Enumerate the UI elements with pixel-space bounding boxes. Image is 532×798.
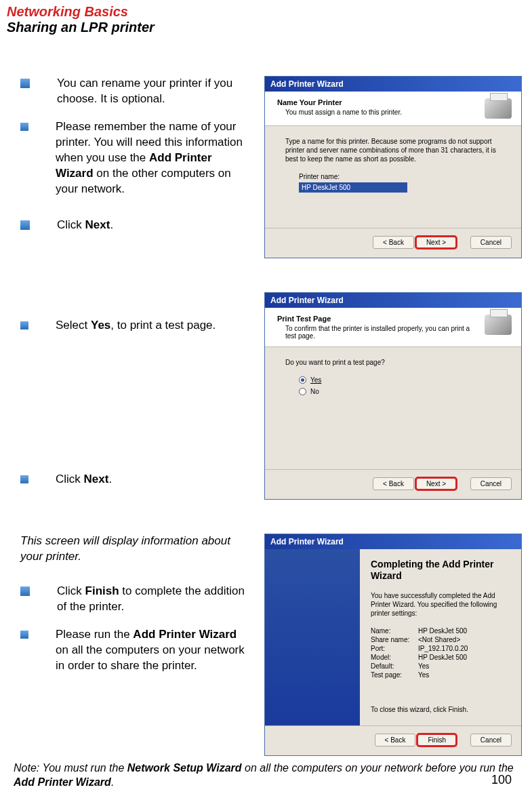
back-button[interactable]: < Back (375, 734, 416, 746)
summary-value: Yes (418, 662, 429, 670)
text: Click (57, 584, 85, 597)
footer-note: Note: You must run the Network Setup Wiz… (7, 761, 525, 790)
bullet-icon (20, 586, 30, 596)
cancel-button[interactable]: Cancel (470, 236, 512, 249)
wizard-desc: Type a name for this printer. Because so… (285, 137, 501, 163)
radio-icon (299, 376, 306, 384)
text: Select (56, 319, 91, 332)
summary-value: IP_192.170.0.20 (418, 645, 468, 652)
section-1: You can rename your printer if you choos… (7, 76, 525, 258)
text: on all the computers on your network in … (56, 643, 245, 672)
text-strong: Add Printer Wizard (133, 628, 237, 641)
next-button[interactable]: Next > (415, 235, 457, 250)
cancel-button[interactable]: Cancel (470, 477, 512, 490)
close-instruction: To close this wizard, click Finish. (371, 706, 510, 713)
wizard-header: Print Test Page To confirm that the prin… (265, 308, 521, 347)
printer-name-label: Printer name: (285, 173, 501, 180)
summary-key: Port: (371, 645, 418, 652)
bullet-text: You can rename your printer if you choos… (57, 76, 251, 107)
section-1-instructions: You can rename your printer if you choos… (20, 76, 264, 258)
wizard-header-sub: You must assign a name to this printer. (277, 108, 478, 116)
text: on all the computers on your network bef… (242, 762, 514, 774)
next-button[interactable]: Next > (415, 477, 457, 491)
wizard-footer: < BackFinish Cancel (265, 725, 521, 755)
summary-row: Model:HP DeskJet 500 (371, 654, 510, 661)
wizard-header-title: Name Your Printer (277, 98, 478, 106)
summary-key: Test page: (371, 671, 418, 679)
text-strong: Add Printer Wizard (14, 776, 111, 788)
printer-name-input[interactable]: HP DeskJet 500 (299, 182, 407, 193)
summary-key: Default: (371, 662, 418, 670)
summary-value: <Not Shared> (418, 636, 460, 643)
bullet-icon (20, 631, 28, 639)
text: . (108, 473, 112, 485)
wizard-completing: Add Printer Wizard Completing the Add Pr… (264, 534, 522, 756)
radio-icon (299, 388, 306, 395)
bullet-item: Click Finish to complete the addition of… (20, 584, 251, 615)
bullet-item: Please remember the name of your printer… (20, 119, 251, 197)
completion-title: Completing the Add Printer Wizard (371, 559, 510, 582)
wizard-titlebar: Add Printer Wizard (265, 77, 521, 92)
bullet-icon (20, 79, 30, 88)
wizard-body: Completing the Add Printer Wizard You ha… (265, 549, 521, 725)
section-3: This screen will display information abo… (7, 534, 525, 756)
bullet-icon (20, 220, 30, 230)
back-button[interactable]: < Back (373, 477, 414, 490)
summary-key: Model: (371, 654, 418, 661)
text: Click (56, 473, 84, 485)
summary-row: Default:Yes (371, 662, 510, 670)
bullet-icon (20, 475, 28, 483)
radio-yes[interactable]: Yes (299, 376, 501, 384)
wizard-footer: < BackNext > Cancel (265, 228, 521, 258)
text: . (111, 776, 114, 788)
text-strong: Yes (91, 319, 110, 332)
section-2-screenshot: Add Printer Wizard Print Test Page To co… (264, 292, 522, 500)
section-3-screenshot: Add Printer Wizard Completing the Add Pr… (264, 534, 522, 756)
bullet-text: Click Next. (57, 218, 113, 233)
bullet-icon (20, 123, 28, 131)
summary-key: Share name: (371, 636, 418, 643)
bullet-text: Please remember the name of your printer… (56, 119, 251, 197)
finish-button[interactable]: Finish (416, 733, 457, 747)
section-title-black: Sharing an LPR printer (7, 20, 525, 35)
section-1-screenshot: Add Printer Wizard Name Your Printer You… (264, 76, 522, 258)
bullet-text: Select Yes, to print a test page. (56, 318, 216, 334)
bullet-item: Click Next. (20, 472, 251, 487)
section-3-instructions: This screen will display information abo… (20, 534, 264, 756)
wizard-footer: < BackNext > Cancel (265, 469, 521, 499)
bullet-item: Please run the Add Printer Wizard on all… (20, 627, 251, 674)
section-2-instructions: Select Yes, to print a test page. Click … (20, 292, 264, 500)
summary-value: Yes (418, 671, 429, 679)
summary-value: HP DeskJet 500 (418, 627, 467, 635)
completion-desc: You have successfully completed the Add … (371, 591, 510, 618)
radio-label: Yes (310, 376, 321, 384)
wizard-sidebar-graphic (265, 549, 360, 725)
radio-no[interactable]: No (299, 388, 501, 395)
cancel-button[interactable]: Cancel (470, 734, 512, 746)
text-strong: Next (85, 218, 110, 231)
summary-value: HP DeskJet 500 (418, 654, 467, 661)
wizard-test-page: Add Printer Wizard Print Test Page To co… (264, 292, 522, 500)
text: Please run the (56, 628, 133, 641)
bullet-text: Click Finish to complete the addition of… (57, 584, 251, 615)
radio-label: No (310, 388, 319, 395)
text-strong: Network Setup Wizard (127, 762, 242, 774)
summary-key: Name: (371, 627, 418, 635)
info-text: This screen will display information abo… (20, 534, 251, 565)
printer-icon (485, 315, 512, 335)
wizard-header-sub: To confirm that the printer is installed… (277, 325, 478, 340)
text: Note: You must run the (14, 762, 127, 774)
bullet-item: Click Next. (20, 218, 251, 233)
bullet-item: Select Yes, to print a test page. (20, 318, 251, 334)
bullet-text: Please run the Add Printer Wizard on all… (56, 627, 251, 674)
text: , to print a test page. (110, 319, 216, 332)
text: Click (57, 218, 85, 231)
page-number: 100 (491, 773, 512, 787)
printer-icon (485, 98, 512, 119)
wizard-body: Type a name for this printer. Because so… (265, 126, 521, 228)
back-button[interactable]: < Back (373, 236, 414, 249)
summary-row: Name:HP DeskJet 500 (371, 627, 510, 635)
wizard-content: Completing the Add Printer Wizard You ha… (360, 549, 521, 725)
wizard-name-printer: Add Printer Wizard Name Your Printer You… (264, 76, 522, 258)
text: . (110, 218, 113, 231)
